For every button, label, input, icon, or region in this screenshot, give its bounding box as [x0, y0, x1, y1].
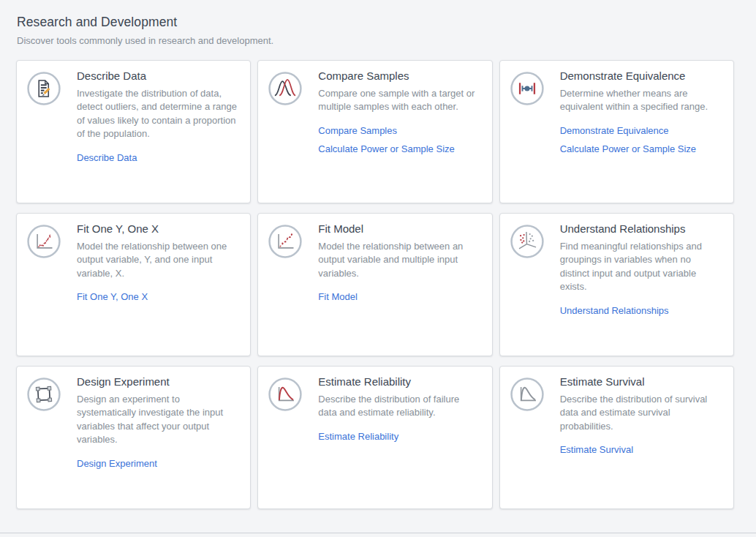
- card-links: Fit One Y, One X: [77, 291, 238, 302]
- card-title: Understand Relationships: [560, 222, 722, 235]
- card-link-demonstrate-equivalence-0[interactable]: Demonstrate Equivalence: [560, 125, 722, 136]
- card-description: Design an experiment to systematically i…: [77, 393, 238, 447]
- card-description: Model the relationship between an output…: [318, 240, 480, 280]
- card-title: Compare Samples: [318, 70, 480, 82]
- card-fit-model: Fit Model Model the relationship between…: [257, 213, 492, 356]
- card-fit-one-y-one-x: Fit One Y, One X Model the relationship …: [16, 213, 251, 356]
- card-links: Describe Data: [77, 152, 238, 163]
- survival-distribution-icon: [510, 378, 544, 411]
- card-links: Fit Model: [318, 291, 480, 302]
- 3d-scatter-icon: [510, 225, 544, 258]
- card-description: Investigate the distribution of data, de…: [77, 87, 238, 141]
- card-links: Understand Relationships: [560, 305, 722, 316]
- card-title: Design Experiment: [77, 375, 238, 388]
- cards-grid: Describe Data Investigate the distributi…: [16, 60, 734, 509]
- card-describe-data: Describe Data Investigate the distributi…: [16, 60, 251, 203]
- card-understand-relationships: Understand Relationships Find meaningful…: [499, 213, 734, 356]
- card-description: Find meaningful relationships and groupi…: [560, 240, 722, 294]
- card-title: Estimate Reliability: [318, 375, 480, 388]
- card-link-fit-one-y-one-x-0[interactable]: Fit One Y, One X: [77, 291, 238, 302]
- card-link-compare-samples-1[interactable]: Calculate Power or Sample Size: [318, 143, 480, 154]
- curve-fit-plot-icon: [27, 225, 61, 258]
- page-title: Research and Development: [17, 15, 734, 30]
- card-link-estimate-survival-0[interactable]: Estimate Survival: [560, 444, 722, 455]
- bottom-divider: [0, 533, 756, 533]
- card-links: Demonstrate EquivalenceCalculate Power o…: [560, 125, 722, 154]
- equivalence-interval-icon: [510, 72, 544, 105]
- card-estimate-survival: Estimate Survival Describe the distribut…: [499, 366, 734, 509]
- card-link-design-experiment-0[interactable]: Design Experiment: [77, 458, 238, 469]
- card-demonstrate-equivalence: Demonstrate Equivalence Determine whethe…: [499, 60, 734, 203]
- card-link-understand-relationships-0[interactable]: Understand Relationships: [560, 305, 722, 316]
- card-description: Describe the distribution of failure dat…: [318, 393, 480, 420]
- card-design-experiment: Design Experiment Design an experiment t…: [16, 366, 251, 509]
- card-description: Compare one sample with a target or mult…: [318, 87, 480, 114]
- card-link-demonstrate-equivalence-1[interactable]: Calculate Power or Sample Size: [560, 143, 722, 154]
- card-description: Determine whether means are equivalent w…: [560, 87, 722, 114]
- card-title: Demonstrate Equivalence: [560, 70, 722, 82]
- card-link-fit-model-0[interactable]: Fit Model: [318, 291, 480, 302]
- card-link-describe-data-0[interactable]: Describe Data: [77, 152, 238, 163]
- design-square-icon: [27, 378, 61, 411]
- card-links: Estimate Reliability: [318, 431, 480, 442]
- card-title: Fit Model: [318, 222, 480, 235]
- card-title: Estimate Survival: [560, 375, 722, 388]
- page-subtitle: Discover tools commonly used in research…: [17, 35, 734, 46]
- card-link-compare-samples-0[interactable]: Compare Samples: [318, 125, 480, 136]
- card-description: Model the relationship between one outpu…: [77, 240, 238, 280]
- failure-distribution-icon: [268, 378, 302, 411]
- card-links: Estimate Survival: [560, 444, 722, 455]
- overlapping-distributions-icon: [268, 72, 302, 105]
- document-pencil-icon: [27, 72, 61, 105]
- card-description: Describe the distribution of survival da…: [560, 393, 722, 433]
- card-link-estimate-reliability-0[interactable]: Estimate Reliability: [318, 431, 480, 442]
- card-links: Design Experiment: [77, 458, 238, 469]
- card-title: Describe Data: [77, 70, 238, 82]
- card-title: Fit One Y, One X: [77, 222, 238, 235]
- card-estimate-reliability: Estimate Reliability Describe the distri…: [257, 366, 492, 509]
- line-fit-plot-icon: [268, 225, 302, 258]
- card-links: Compare SamplesCalculate Power or Sample…: [318, 125, 480, 154]
- card-compare-samples: Compare Samples Compare one sample with …: [257, 60, 492, 203]
- research-development-page: Research and Development Discover tools …: [0, 0, 756, 509]
